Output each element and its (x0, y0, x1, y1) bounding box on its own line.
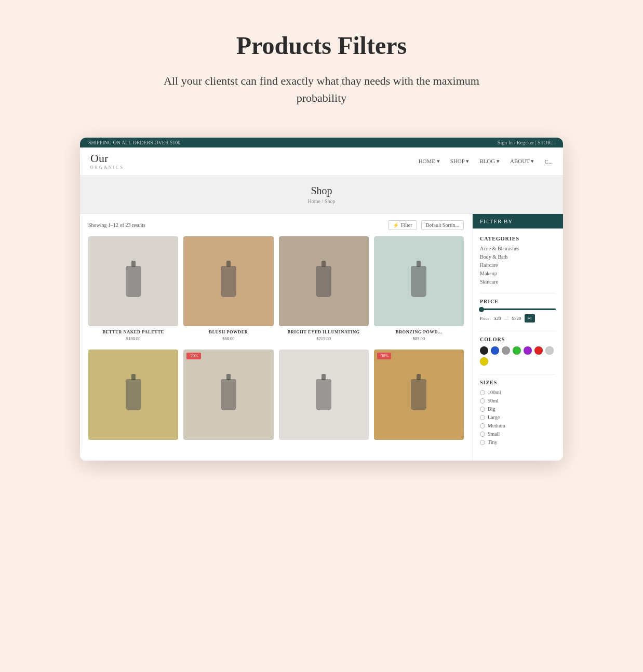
price-slider-track[interactable] (480, 308, 556, 310)
product-card[interactable]: BETTER NAKED PALETTE $180.00 (88, 236, 178, 344)
color-black[interactable] (480, 346, 488, 355)
bottle-icon (316, 266, 331, 297)
bottle-icon (411, 379, 426, 410)
nav-home[interactable]: HOME ▾ (419, 158, 440, 165)
size-radio[interactable] (480, 407, 485, 412)
product-price: $180.00 (89, 336, 177, 341)
price-section: PRICE Price: $20 — $320 FI (480, 299, 556, 322)
product-card[interactable]: BLUSH POWDER $60.00 (183, 236, 273, 344)
product-grid: BETTER NAKED PALETTE $180.00 BLUSH POWDE… (88, 236, 464, 448)
categories-title: CATEGORIES (480, 236, 556, 241)
nav-more[interactable]: C... (544, 158, 553, 165)
filter-panel: FILTER BY CATEGORIES Acne & Blemishes Bo… (472, 214, 563, 461)
category-body[interactable]: Body & Bath (480, 254, 556, 260)
size-label: Big (488, 406, 495, 412)
size-big[interactable]: Big (480, 406, 556, 412)
product-info: BRIGHT EYED ILLUMINATING $215.00 (279, 326, 369, 344)
product-info: BRONZING POWD... $85.00 (374, 326, 464, 344)
product-info (374, 440, 464, 448)
product-card[interactable]: BRIGHT EYED ILLUMINATING $215.00 (279, 236, 369, 344)
products-area: Showing 1–12 of 23 results ⚡ Filter Defa… (80, 214, 472, 461)
product-image (88, 236, 178, 326)
color-light-gray[interactable] (545, 346, 554, 355)
divider (480, 331, 556, 331)
filter-label: Filter (401, 222, 412, 228)
price-title: PRICE (480, 299, 556, 304)
color-yellow[interactable] (480, 357, 488, 366)
color-red[interactable] (534, 346, 543, 355)
size-radio[interactable] (480, 440, 485, 445)
size-tiny[interactable]: Tiny (480, 439, 556, 445)
results-bar: Showing 1–12 of 23 results ⚡ Filter Defa… (88, 220, 464, 230)
size-label: 50ml (488, 398, 499, 404)
colors-section: COLORS (480, 337, 556, 366)
logo-text: Our (90, 153, 124, 164)
size-medium[interactable]: Medium (480, 423, 556, 428)
banner-left: SHIPPING ON ALL ORDERS OVER $100 (88, 140, 180, 145)
size-radio[interactable] (480, 432, 485, 437)
product-image: -30% (374, 350, 464, 439)
size-50ml[interactable]: 50ml (480, 398, 556, 404)
category-acne[interactable]: Acne & Blemishes (480, 246, 556, 251)
category-makeup[interactable]: Makeup (480, 271, 556, 276)
sizes-title: SIZES (480, 380, 556, 385)
browser-mockup: SHIPPING ON ALL ORDERS OVER $100 Sign In… (80, 138, 563, 461)
product-card[interactable] (88, 350, 178, 447)
category-haircare[interactable]: Haircare (480, 262, 556, 268)
size-large[interactable]: Large (480, 414, 556, 420)
nav-blog[interactable]: BLOG ▾ (479, 158, 500, 165)
product-image: -20% (183, 350, 273, 439)
size-label: Large (488, 414, 500, 420)
results-controls: ⚡ Filter Default Sortin... (388, 220, 464, 230)
logo-sub: ORGANICS (90, 165, 124, 170)
size-small[interactable]: Small (480, 431, 556, 437)
nav-links: HOME ▾ SHOP ▾ BLOG ▾ ABOUT ▾ C... (419, 158, 553, 165)
product-name: BRIGHT EYED ILLUMINATING (280, 329, 368, 334)
size-label: Small (488, 431, 500, 437)
top-banner: SHIPPING ON ALL ORDERS OVER $100 Sign In… (80, 138, 563, 147)
color-blue[interactable] (491, 346, 499, 355)
price-range-label: Price: $20 — $320 FI (480, 314, 556, 322)
category-skincare[interactable]: Skincare (480, 279, 556, 285)
bottle-icon (221, 266, 236, 297)
product-name: BLUSH POWDER (184, 329, 272, 334)
product-price: $85.00 (375, 336, 463, 341)
price-dash: — (504, 316, 509, 321)
product-card[interactable]: -30% (374, 350, 464, 447)
size-radio[interactable] (480, 423, 485, 428)
product-info: BLUSH POWDER $60.00 (183, 326, 273, 344)
size-label: 100ml (488, 389, 501, 395)
product-name: BRONZING POWD... (375, 329, 463, 334)
sort-button[interactable]: Default Sortin... (421, 220, 464, 230)
filter-button[interactable]: ⚡ Filter (388, 220, 417, 230)
size-label: Tiny (488, 439, 498, 445)
size-100ml[interactable]: 100ml (480, 389, 556, 395)
page-title: Products Filters (236, 31, 407, 60)
color-gray[interactable] (502, 346, 510, 355)
product-image (374, 236, 464, 326)
color-purple[interactable] (524, 346, 532, 355)
size-radio[interactable] (480, 390, 485, 395)
product-info (183, 440, 273, 448)
product-card[interactable]: BRONZING POWD... $85.00 (374, 236, 464, 344)
price-filter-button[interactable]: FI (525, 314, 535, 322)
product-badge: -30% (377, 353, 391, 359)
price-slider-thumb[interactable] (479, 307, 484, 312)
color-swatches (480, 346, 556, 366)
product-card[interactable] (279, 350, 369, 447)
shop-breadcrumb: Home / Shop (89, 198, 554, 204)
banner-right: Sign In / Register | STOR... (498, 140, 555, 145)
bottle-icon (411, 266, 426, 297)
product-card[interactable]: -20% (183, 350, 273, 447)
nav-about[interactable]: ABOUT ▾ (510, 158, 534, 165)
size-radio[interactable] (480, 415, 485, 420)
product-badge: -20% (186, 353, 200, 359)
color-green[interactable] (513, 346, 521, 355)
price-min: $20 (494, 316, 501, 321)
product-name: BETTER NAKED PALETTE (89, 329, 177, 334)
size-radio[interactable] (480, 398, 485, 404)
product-info: BETTER NAKED PALETTE $180.00 (88, 326, 178, 344)
nav-shop[interactable]: SHOP ▾ (450, 158, 469, 165)
divider (480, 293, 556, 293)
size-label: Medium (488, 423, 505, 428)
